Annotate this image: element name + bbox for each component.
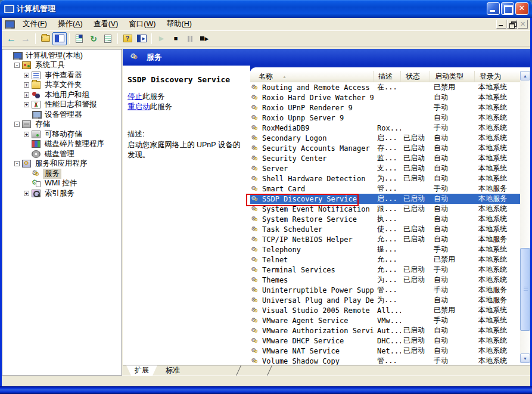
tree-item-7[interactable]: -存储 [2, 120, 122, 130]
service-row[interactable]: Smart Card管...手动本地服务 [250, 184, 520, 194]
tree-item-selected[interactable]: 服务 [2, 169, 122, 179]
tree-item-3[interactable]: +共享文件夹 [2, 80, 122, 91]
tab-extended[interactable]: 扩展 [126, 365, 157, 376]
service-startup-cell: 自动 [430, 325, 475, 336]
tree-item-2[interactable]: +事件查看器 [2, 70, 122, 80]
service-row[interactable]: Visual Studio 2005 Remote D...All...已禁用本… [250, 305, 520, 315]
tree-item-6[interactable]: 设备管理器 [2, 110, 122, 120]
tree-item-label: 服务和应用程序 [33, 159, 89, 169]
menu-item-w[interactable]: 窗口(W) [123, 18, 161, 30]
service-row[interactable]: Secondary Logon启...已启动自动本地系统 [250, 133, 520, 143]
column-header-logon[interactable]: 登录为 [475, 71, 520, 82]
console-tree-toggle-button[interactable] [52, 32, 67, 45]
tree-expander-minus[interactable]: - [14, 122, 20, 127]
stop-service-button[interactable]: ■ [169, 32, 183, 45]
tree-expander-plus[interactable]: + [24, 92, 29, 98]
tree-item-9[interactable]: 磁盘碎片整理程序 [2, 139, 122, 150]
service-name: System Event Notification [262, 205, 370, 213]
mdi-restore-button[interactable] [507, 20, 517, 29]
restart-service-link[interactable]: 重启动 [127, 103, 150, 111]
back-button[interactable]: ← [4, 32, 18, 45]
start-service-button[interactable]: ▶ [154, 32, 169, 45]
maximize-button[interactable] [501, 2, 514, 15]
service-row[interactable]: RoxMediaDB9Rox...手动本地系统 [250, 123, 520, 133]
service-row[interactable]: Themes为...已启动自动本地系统 [250, 275, 520, 285]
service-startup-cell: 手动 [430, 103, 475, 113]
column-header-startup[interactable]: 启动类型 [430, 71, 475, 82]
tree-item-4[interactable]: +本地用户和组 [2, 90, 122, 100]
service-row[interactable]: Telnet允...已禁用本地系统 [250, 255, 520, 265]
tree-item-8[interactable]: +可移动存储 [2, 129, 122, 139]
taskpad-view-button[interactable]: ▶ [135, 32, 149, 45]
properties-button[interactable] [72, 32, 86, 45]
tree-item-14[interactable]: +索引服务 [2, 188, 122, 198]
service-row[interactable]: VMware Authorization ServiceAut...已启动自动本… [250, 325, 520, 336]
tree-expander-plus[interactable]: + [24, 191, 29, 196]
scroll-down-button[interactable]: ▼ [520, 353, 530, 363]
tree-item-0[interactable]: 计算机管理(本地) [2, 51, 122, 61]
close-button[interactable]: ✕ [515, 2, 528, 15]
tree-expander-plus[interactable]: + [24, 73, 29, 78]
scrollbar-thumb[interactable] [520, 248, 530, 331]
service-row[interactable]: Server支...已启动自动本地系统 [250, 163, 520, 173]
tree-expander-minus[interactable]: - [14, 161, 20, 166]
tab-standard[interactable]: 标准 [157, 365, 188, 376]
column-header-name[interactable]: 名称▲ [250, 71, 374, 82]
service-row[interactable]: Security Accounts Manager存...已启动自动本地系统 [250, 143, 520, 153]
refresh-button[interactable]: ↻ [86, 32, 101, 45]
help-button[interactable]: ? [120, 32, 135, 45]
service-row[interactable]: Roxio Upnp Server 9自动本地系统 [250, 113, 520, 123]
service-row[interactable]: Task Scheduler使...已启动自动本地系统 [250, 224, 520, 234]
tree-item-11[interactable]: -服务和应用程序 [2, 159, 122, 169]
service-row[interactable]: TCP/IP NetBIOS Helper允...已启动自动本地服务 [250, 234, 520, 244]
service-row[interactable]: System Event Notification跟...已启动自动本地系统 [250, 204, 520, 214]
service-row[interactable]: System Restore Service执...自动本地系统 [250, 214, 520, 224]
tree-item-5[interactable]: +性能日志和警报 [2, 100, 122, 110]
service-desc-cell: 允... [374, 234, 401, 244]
service-row[interactable]: Universal Plug and Play Dev...为...自动本地服务 [250, 295, 520, 305]
tree-item-13[interactable]: WMI 控件 [2, 179, 122, 189]
menu-item-v[interactable]: 查看(V) [88, 18, 124, 30]
service-row[interactable]: Roxio Hard Drive Watcher 9自动本地系统 [250, 92, 520, 103]
service-desc-cell: Aut... [374, 327, 401, 335]
forward-button[interactable]: → [18, 32, 33, 45]
restart-service-button[interactable]: ▶ [197, 32, 211, 45]
service-row[interactable]: VMware NAT ServiceNet...已启动自动本地系统 [250, 346, 520, 356]
tree-expander-plus[interactable]: + [24, 82, 29, 88]
column-header-desc[interactable]: 描述 [374, 71, 401, 82]
minimize-button[interactable] [487, 2, 500, 15]
service-logon-cell: 本地系统 [475, 123, 520, 133]
service-row[interactable]: Terminal Services允...已启动手动本地系统 [250, 265, 520, 275]
mdi-minimize-button[interactable] [496, 20, 506, 29]
service-row[interactable]: Security Center监...已启动自动本地系统 [250, 153, 520, 163]
title-bar[interactable]: 计算机管理 ✕ [0, 0, 532, 18]
menu-item-h[interactable]: 帮助(H) [161, 18, 197, 30]
service-row[interactable]: VMware Agent ServiceVMw...手动本地系统 [250, 315, 520, 325]
service-logon-cell: 本地系统 [475, 103, 520, 113]
export-list-button[interactable]: → [101, 32, 115, 45]
vertical-scrollbar[interactable]: ▲ ▼ [520, 71, 530, 363]
menu-item-a[interactable]: 操作(A) [52, 18, 88, 30]
service-row[interactable]: Telephony提...手动本地系统 [250, 244, 520, 255]
menu-item-f[interactable]: 文件(F) [17, 18, 52, 30]
tree-expander-plus[interactable]: + [24, 132, 29, 137]
service-row[interactable]: VMware DHCP ServiceDHC...已启动自动本地系统 [250, 336, 520, 346]
menu-mnemonic: H [184, 20, 189, 28]
service-row[interactable]: Roxio UPnP Renderer 9手动本地系统 [250, 103, 520, 113]
service-row[interactable]: SSDP Discovery Service启...已启动自动本地服务 [250, 194, 520, 204]
service-row[interactable]: Shell Hardware Detection为...已启动自动本地系统 [250, 173, 520, 184]
scroll-up-button[interactable]: ▲ [520, 71, 530, 80]
column-header-status[interactable]: 状态 [401, 71, 430, 82]
tree-expander-plus[interactable]: + [24, 102, 29, 107]
service-startup-cell: 手动 [430, 244, 475, 255]
tree-item-10[interactable]: 磁盘管理 [2, 149, 122, 159]
service-row[interactable]: Uninterruptible Power Supply管...手动本地服务 [250, 285, 520, 295]
tab-label: 扩展 [135, 365, 149, 376]
pause-service-button[interactable] [183, 32, 197, 45]
stop-service-link[interactable]: 停止 [127, 92, 142, 101]
service-row[interactable]: Routing and Remote Access在...已禁用本地系统 [250, 82, 520, 92]
service-row[interactable]: Volume Shadow Copy管...手动本地系统 [250, 356, 520, 365]
up-one-level-button[interactable]: ↑ [38, 32, 52, 45]
tree-item-1[interactable]: -系统工具 [2, 61, 122, 71]
tree-expander-minus[interactable]: - [14, 63, 20, 68]
